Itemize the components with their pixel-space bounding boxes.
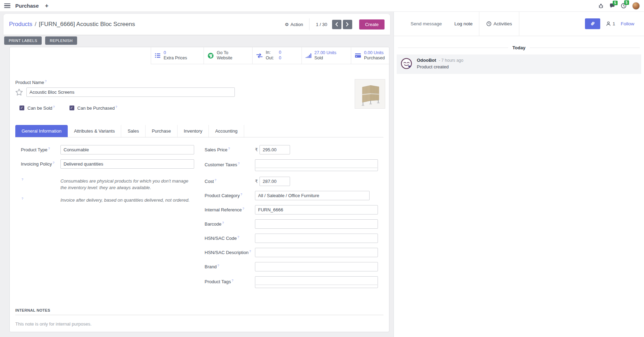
help-icon[interactable]: ? bbox=[48, 147, 50, 150]
followers-count: 1 bbox=[612, 21, 615, 26]
bar-chart-icon bbox=[305, 53, 312, 58]
currency-symbol: ₹ bbox=[255, 147, 258, 152]
stat-go-to-website[interactable]: Go To Website bbox=[204, 47, 252, 64]
internal-notes-heading: INTERNAL NOTES bbox=[15, 308, 383, 315]
tab-attributes-variants[interactable]: Attributes & Variants bbox=[68, 125, 122, 137]
chevron-right-icon bbox=[346, 22, 349, 26]
activities-clock-icon[interactable]: 5 bbox=[621, 3, 627, 9]
chatter-message[interactable]: OdooBot - 7 hours ago Product created bbox=[397, 54, 641, 74]
person-icon bbox=[606, 21, 611, 26]
currency-symbol: ₹ bbox=[255, 179, 258, 184]
tab-sales[interactable]: Sales bbox=[121, 125, 146, 137]
help-icon[interactable]: ? bbox=[45, 79, 47, 83]
sales-price-label: Sales Price? bbox=[205, 147, 255, 152]
follow-button[interactable]: Follow bbox=[621, 21, 637, 26]
help-icon[interactable]: ? bbox=[242, 207, 244, 210]
header-button-row: PRINT LABELS REPLENISH bbox=[0, 35, 394, 47]
help-icon[interactable]: ? bbox=[228, 147, 230, 150]
help-icon[interactable]: ? bbox=[240, 193, 242, 196]
debug-bug-icon[interactable] bbox=[598, 3, 604, 9]
user-avatar[interactable] bbox=[632, 2, 640, 10]
messages-count-badge: 5 bbox=[613, 1, 618, 5]
message-author[interactable]: OdooBot bbox=[417, 58, 436, 63]
app-name[interactable]: Purchase bbox=[15, 3, 39, 9]
general-right-column: Sales Price? ₹ Customer Taxes? Cost? ₹ bbox=[205, 145, 378, 293]
paperclip-icon bbox=[590, 21, 595, 27]
product-name-input[interactable] bbox=[26, 87, 235, 97]
stat-extra-prices[interactable]: 0 Extra Prices bbox=[151, 47, 204, 64]
product-category-label: Product Category? bbox=[205, 193, 255, 198]
can-be-purchased-checkbox[interactable]: Can be Purchased? bbox=[69, 105, 117, 111]
help-icon[interactable]: ? bbox=[217, 264, 219, 267]
replenish-button[interactable]: REPLENISH bbox=[45, 36, 77, 45]
form-pane: Products / [FURN_6666] Acoustic Bloc Scr… bbox=[0, 12, 394, 337]
schedule-activity-button[interactable]: Activities bbox=[479, 12, 519, 36]
help-icon[interactable]: ? bbox=[237, 235, 239, 239]
can-be-sold-checkbox[interactable]: Can be Sold? bbox=[19, 105, 55, 111]
message-timestamp: - 7 hours ago bbox=[439, 58, 463, 63]
tab-purchase[interactable]: Purchase bbox=[146, 125, 177, 137]
form-sheet: 0 Extra Prices Go To Website bbox=[9, 47, 389, 332]
attach-files-button[interactable] bbox=[585, 18, 600, 29]
barcode-input[interactable] bbox=[255, 219, 378, 229]
stat-in-out[interactable]: In: 0 Out: 0 bbox=[252, 47, 302, 64]
product-type-input[interactable] bbox=[60, 145, 194, 154]
help-icon[interactable]: ? bbox=[115, 105, 117, 109]
product-tags-input[interactable] bbox=[255, 276, 378, 288]
brand-input[interactable] bbox=[255, 262, 378, 271]
pager-next-button[interactable] bbox=[343, 20, 352, 29]
sales-price-input[interactable] bbox=[259, 145, 290, 154]
log-note-button[interactable]: Log note bbox=[448, 21, 479, 26]
pager-counter: 1 / 30 bbox=[316, 22, 327, 27]
odoobot-avatar bbox=[400, 57, 413, 70]
print-labels-button[interactable]: PRINT LABELS bbox=[4, 36, 42, 45]
stat-button-box: 0 Extra Prices Go To Website bbox=[151, 47, 389, 64]
globe-icon bbox=[207, 52, 214, 59]
favorite-star-icon[interactable] bbox=[15, 89, 23, 96]
date-divider-label: Today bbox=[512, 45, 525, 50]
tab-general-information[interactable]: General Information bbox=[15, 125, 68, 137]
help-icon[interactable]: ? bbox=[232, 279, 233, 282]
help-icon[interactable]: ? bbox=[249, 250, 251, 253]
followers-button[interactable]: 1 bbox=[606, 21, 615, 26]
cost-input[interactable] bbox=[259, 177, 290, 186]
new-tab-plus-icon[interactable]: + bbox=[44, 2, 50, 9]
help-icon[interactable]: ? bbox=[238, 162, 240, 165]
send-message-button[interactable]: Send message bbox=[404, 21, 448, 26]
messages-icon[interactable]: 5 bbox=[609, 3, 615, 9]
barcode-label: Barcode? bbox=[205, 221, 255, 227]
customer-taxes-input[interactable] bbox=[255, 159, 378, 171]
pager-previous-button[interactable] bbox=[332, 20, 341, 29]
hsn-sac-description-label: HSN/SAC Description? bbox=[205, 250, 255, 255]
internal-reference-input[interactable] bbox=[255, 205, 378, 214]
help-icon[interactable]: ? bbox=[53, 161, 55, 165]
internal-notes-placeholder[interactable]: This note is only for internal purposes. bbox=[15, 321, 383, 327]
checkbox-checked-icon bbox=[69, 106, 74, 110]
help-icon[interactable]: ? bbox=[222, 221, 224, 225]
product-type-label: Product Type? bbox=[21, 147, 60, 152]
cost-label: Cost? bbox=[205, 178, 255, 184]
stat-units-sold[interactable]: 27.00 Units Sold bbox=[302, 47, 351, 64]
invoicing-policy-input[interactable] bbox=[60, 159, 194, 169]
invoicing-policy-label: Invoicing Policy? bbox=[21, 161, 60, 167]
hsn-sac-code-label: HSN/SAC Code? bbox=[205, 235, 255, 241]
tab-accounting[interactable]: Accounting bbox=[209, 125, 244, 137]
help-icon[interactable]: ? bbox=[22, 178, 23, 181]
product-category-input[interactable] bbox=[255, 191, 370, 200]
hsn-sac-description-input[interactable] bbox=[255, 248, 378, 257]
stat-units-purchased[interactable]: 0.00 Units Purchased bbox=[351, 47, 389, 64]
help-icon[interactable]: ? bbox=[53, 105, 55, 109]
breadcrumb-products-link[interactable]: Products bbox=[9, 21, 32, 28]
control-panel-divider bbox=[309, 18, 309, 30]
hsn-sac-code-input[interactable] bbox=[255, 234, 378, 243]
tab-inventory[interactable]: Inventory bbox=[177, 125, 209, 137]
gear-icon: ⚙ bbox=[285, 22, 289, 27]
apps-menu-icon[interactable] bbox=[4, 3, 10, 8]
invoicing-helper-text: Invoice after delivery, based on quantit… bbox=[60, 197, 190, 204]
chevron-left-icon bbox=[335, 22, 338, 26]
action-menu-button[interactable]: ⚙ Action bbox=[279, 22, 309, 27]
help-icon[interactable]: ? bbox=[22, 197, 23, 200]
create-button[interactable]: Create bbox=[359, 19, 385, 30]
activities-count-badge: 5 bbox=[624, 0, 629, 5]
help-icon[interactable]: ? bbox=[215, 178, 216, 182]
